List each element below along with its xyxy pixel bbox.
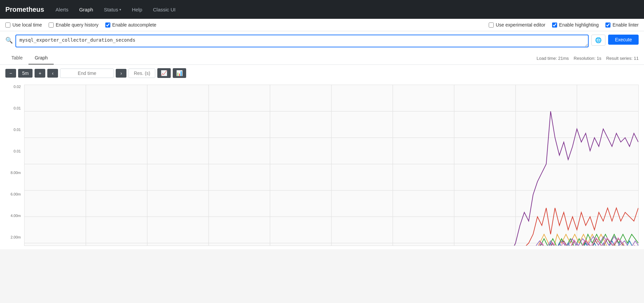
toolbar: Use local time Enable query history Enab… [0, 19, 644, 31]
enable-query-history-label[interactable]: Enable query history [49, 22, 99, 28]
chart-plot [24, 85, 639, 246]
query-input-wrap [15, 35, 589, 48]
y-label-0: 0.02 [14, 85, 21, 89]
chart-line-red [485, 208, 639, 246]
enable-highlighting-label[interactable]: Enable highlighting [552, 22, 599, 28]
y-label-4: 8.00m [10, 171, 21, 175]
use-experimental-editor-checkbox[interactable] [489, 23, 494, 28]
nav-status-label: Status [104, 7, 118, 12]
tab-table[interactable]: Table [5, 52, 29, 64]
use-local-time-text: Use local time [12, 22, 42, 28]
toolbar-right: Use experimental editor Enable highlight… [489, 22, 639, 28]
brand-logo[interactable]: Prometheus [5, 6, 44, 13]
result-series: Result series: 11 [606, 56, 639, 61]
enable-query-history-text: Enable query history [56, 22, 99, 28]
enable-highlighting-checkbox[interactable] [552, 23, 557, 28]
chart-svg [24, 85, 638, 246]
enable-linter-text: Enable linter [612, 22, 639, 28]
use-local-time-label[interactable]: Use local time [5, 22, 42, 28]
search-icon: 🔍 [5, 37, 13, 44]
resolution-input[interactable] [128, 69, 155, 78]
enable-linter-checkbox[interactable] [605, 23, 610, 28]
y-label-5: 6.00m [10, 192, 21, 196]
enable-autocomplete-label[interactable]: Enable autocomplete [105, 22, 157, 28]
chevron-down-icon: ▾ [119, 8, 121, 11]
enable-highlighting-text: Enable highlighting [559, 22, 599, 28]
graph-controls: − 5m + ‹ › 📈 📊 [0, 65, 644, 81]
next-time-button[interactable]: › [116, 69, 126, 78]
tab-graph[interactable]: Graph [29, 52, 54, 64]
y-label-6: 4.00m [10, 214, 21, 218]
nav-graph[interactable]: Graph [77, 5, 95, 14]
search-icon-wrap: 🔍 [5, 35, 13, 44]
y-label-3: 0.01 [14, 149, 21, 153]
use-local-time-checkbox[interactable] [5, 23, 10, 28]
navbar: Prometheus Alerts Graph Status ▾ Help Cl… [0, 0, 644, 19]
resolution: Resolution: 1s [574, 56, 601, 61]
range-value: 5m [18, 69, 33, 78]
nav-classic-ui[interactable]: Classic UI [151, 5, 178, 14]
stacked-chart-button[interactable]: 📊 [173, 68, 186, 78]
tabs-row: Table Graph Load time: 21ms Resolution: … [0, 52, 644, 65]
nav-help[interactable]: Help [130, 5, 144, 14]
use-experimental-editor-text: Use experimental editor [496, 22, 545, 28]
prev-time-button[interactable]: ‹ [47, 69, 58, 78]
y-label-1: 0.01 [14, 106, 21, 110]
enable-linter-label[interactable]: Enable linter [605, 22, 639, 28]
use-experimental-editor-label[interactable]: Use experimental editor [489, 22, 545, 28]
y-axis: 0.02 0.01 0.01 0.01 8.00m 6.00m 4.00m 2.… [5, 85, 22, 239]
range-plus-button[interactable]: + [35, 69, 45, 78]
query-input[interactable] [15, 35, 589, 47]
tabs: Table Graph [5, 52, 54, 64]
search-bar: 🔍 🌐 Execute [0, 31, 644, 52]
chart-line-purple [485, 111, 639, 246]
y-label-2: 0.01 [14, 128, 21, 132]
metrics-explorer-button[interactable]: 🌐 [591, 35, 605, 46]
enable-autocomplete-checkbox[interactable] [105, 23, 110, 28]
end-time-input[interactable] [60, 69, 114, 78]
nav-status[interactable]: Status ▾ [102, 5, 123, 14]
enable-autocomplete-text: Enable autocomplete [112, 22, 157, 28]
y-label-7: 2.00m [10, 235, 21, 239]
enable-query-history-checkbox[interactable] [49, 23, 54, 28]
nav-alerts[interactable]: Alerts [54, 5, 70, 14]
meta-info: Load time: 21ms Resolution: 1s Result se… [537, 56, 639, 61]
line-chart-button[interactable]: 📈 [157, 68, 171, 78]
load-time: Load time: 21ms [537, 56, 569, 61]
range-minus-button[interactable]: − [5, 69, 16, 78]
execute-button[interactable]: Execute [608, 35, 639, 45]
chart-container: 0.02 0.01 0.01 0.01 8.00m 6.00m 4.00m 2.… [0, 81, 644, 249]
